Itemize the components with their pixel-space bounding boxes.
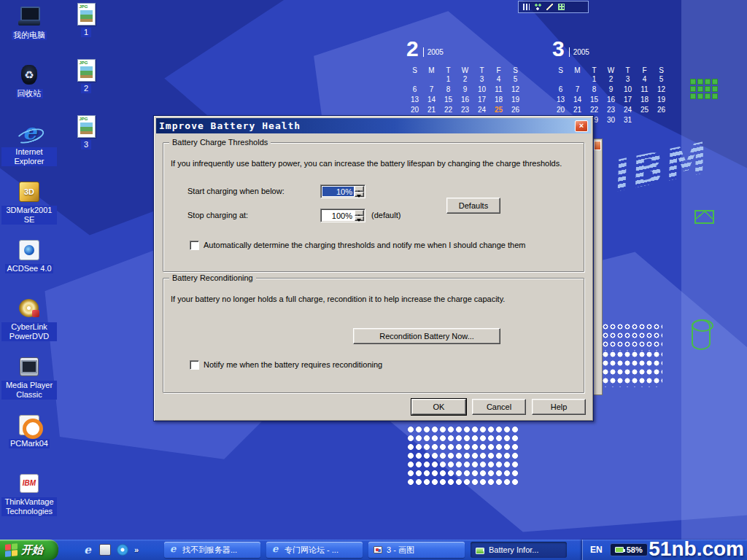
calendar-day: 16	[603, 96, 619, 104]
help-button[interactable]: Help	[532, 399, 586, 415]
cancel-button[interactable]: Cancel	[472, 399, 526, 415]
calendar-day: 15	[440, 96, 457, 104]
background-window-edge[interactable]	[592, 139, 603, 395]
calendar-day: 18	[490, 96, 507, 104]
desktop-icon[interactable]: 我的电脑	[1, 4, 57, 63]
notify-reconditioning-checkbox[interactable]: Notify me when the battery requires reco…	[190, 360, 382, 370]
calendar-header: 3 2005	[552, 36, 670, 60]
taskbar-task-button[interactable]: Battery Infor...	[471, 542, 567, 558]
calendar-day	[636, 116, 653, 125]
calendar-day	[552, 75, 569, 84]
calendar-day: 24	[473, 106, 490, 114]
windows-logo-icon	[5, 543, 18, 557]
desktop-icon[interactable]: PCMark04	[1, 413, 57, 471]
calendar-month: 3	[552, 38, 565, 60]
quick-launch-ie-icon[interactable]: e	[82, 544, 93, 556]
desktop-icon[interactable]: ACDSee 4.0	[1, 238, 57, 296]
calendar-day	[653, 116, 670, 125]
desktop-icon-label: 我的电脑	[12, 31, 47, 40]
desktop-icon-label: Internet Explorer	[1, 147, 57, 166]
calendar-day: 9	[457, 85, 473, 94]
checkbox[interactable]	[190, 241, 199, 250]
ok-button[interactable]: OK	[411, 399, 466, 415]
close-button[interactable]: ×	[575, 120, 588, 132]
calendar-day-header: F	[636, 66, 653, 75]
taskbar-task-button[interactable]: 3 - 画图	[368, 542, 465, 558]
spinner-arrows	[355, 186, 364, 197]
calendar-day: 3	[473, 75, 490, 84]
battery-charge-thresholds-group: Battery Charge Thresholds If you infrequ…	[163, 142, 584, 272]
spinner-down-button[interactable]	[355, 192, 364, 198]
keyboard-icon	[558, 4, 565, 10]
calendar-day: 6	[406, 85, 423, 94]
calendar-day-headers: SMTWTFS	[552, 66, 670, 75]
calendar-day-header: F	[490, 66, 507, 75]
dialog-title: Improve Battery Health	[159, 120, 301, 131]
start-threshold-spinner[interactable]: 10%	[320, 184, 365, 198]
calendar-february: 2 2005 SMTWTFS 1234567891011121314151617…	[406, 36, 524, 125]
calendar-day: 9	[603, 85, 619, 94]
jpg-file-column: 1 2 3	[71, 3, 101, 171]
desktop-icon[interactable]: 3DMark2001 SE	[1, 179, 57, 238]
calendar-day: 12	[653, 85, 670, 94]
recondition-battery-button[interactable]: Recondition Battery Now...	[353, 328, 500, 344]
dialog-titlebar[interactable]: Improve Battery Health ×	[156, 118, 591, 133]
calendar-day-header: T	[586, 66, 603, 75]
calendar-march: 3 2005 SMTWTFS 1234567891011121314151617…	[552, 36, 670, 125]
calendar-day: 14	[569, 96, 586, 104]
calendar-day: 1	[586, 75, 603, 84]
jpg-file-icon[interactable]: 2	[71, 59, 101, 115]
calendar-day: 26	[653, 106, 670, 114]
desktop-icon-image	[17, 179, 42, 204]
calendar-year: 2005	[423, 47, 444, 57]
show-desktop-icon[interactable]	[99, 544, 111, 556]
checkbox[interactable]	[190, 360, 199, 370]
calendar-day: 21	[423, 106, 440, 114]
calendar-day-header: S	[507, 66, 524, 75]
desktop-icon[interactable]: 回收站	[1, 63, 57, 121]
spinner-up-button[interactable]	[355, 186, 364, 192]
spinner-arrows	[355, 210, 364, 221]
calendar-month: 2	[406, 38, 419, 60]
desktop-icon[interactable]: Internet Explorer	[1, 121, 57, 179]
calendar-day: 26	[507, 106, 524, 114]
background-window-close-icon	[594, 141, 601, 150]
auto-thresholds-checkbox[interactable]: Automatically determine the charging thr…	[190, 241, 525, 250]
media-player-icon[interactable]	[117, 544, 128, 556]
spinner-down-button[interactable]	[355, 216, 364, 222]
desktop-icon-image	[17, 296, 42, 321]
calendar-day: 10	[619, 85, 636, 94]
desktop-icon[interactable]: ThinkVantage Technologies	[1, 471, 57, 529]
dot-pattern	[595, 323, 662, 351]
jpg-file-icon[interactable]: 1	[71, 3, 101, 59]
jpg-file-icon[interactable]: 3	[71, 115, 101, 171]
defaults-button[interactable]: Defaults	[446, 198, 500, 214]
stop-threshold-spinner[interactable]: 100%	[320, 209, 365, 222]
input-language-indicator[interactable]: EN	[590, 545, 603, 555]
spinner-value[interactable]: 100%	[322, 211, 354, 220]
desktop-icon-column: 我的电脑 回收站 Internet Explorer 3DMark2001 SE…	[1, 4, 57, 529]
desktop-icon[interactable]: CyberLink PowerDVD	[1, 296, 57, 354]
spinner-up-button[interactable]	[355, 210, 364, 216]
calendar-day-header: S	[406, 66, 423, 75]
desktop-icon-image	[17, 413, 42, 438]
calendar-day: 23	[457, 106, 473, 114]
taskbar-task-button[interactable]: 专门网论坛 - ...	[266, 542, 363, 558]
quick-launch-expand-icon[interactable]: »	[134, 544, 142, 556]
desktop-icon[interactable]: Media Player Classic	[1, 354, 57, 413]
calendar-day	[406, 75, 423, 84]
start-button[interactable]: 开始	[0, 540, 58, 560]
calendar-day: 2	[603, 75, 619, 84]
reconditioning-description: If your battery no longer holds a full c…	[171, 295, 505, 303]
calendar-day: 14	[423, 96, 440, 104]
taskbar-task-button[interactable]: 找不到服务器...	[164, 542, 260, 558]
battery-tray-indicator[interactable]: 58%	[610, 543, 648, 556]
spinner-value[interactable]: 10%	[322, 187, 354, 196]
jpg-file-label: 2	[81, 84, 91, 93]
dot-pattern	[595, 351, 662, 387]
calendar-day: 3	[619, 75, 636, 84]
improve-battery-health-dialog: Improve Battery Health × Battery Charge …	[153, 115, 594, 421]
default-note: (default)	[371, 209, 400, 222]
quick-launch-bar: e »	[82, 542, 142, 557]
desktop-icon-image	[17, 4, 42, 29]
